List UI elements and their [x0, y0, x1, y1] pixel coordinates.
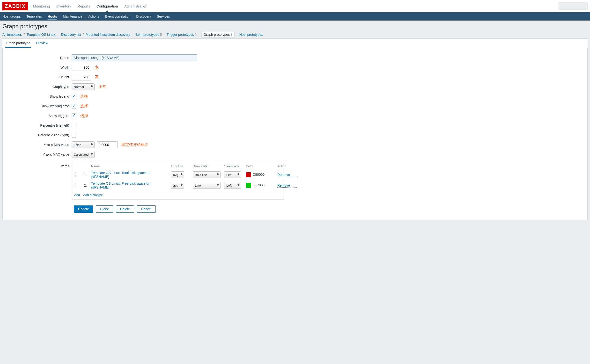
annotation-graph-type: 正常	[98, 84, 106, 89]
function-select[interactable]: avg	[171, 171, 184, 178]
crumb-all-templates[interactable]: All templates	[2, 33, 22, 36]
row-index: 1:	[84, 173, 89, 177]
label-show-working-time: Show working time	[5, 104, 72, 108]
topbar: ZABBIX Monitoring Inventory Reports Conf…	[0, 0, 590, 12]
top-nav: Monitoring Inventory Reports Configurati…	[33, 0, 147, 12]
y-min-type-select[interactable]: Fixed	[72, 141, 95, 148]
col-action: Action	[277, 164, 297, 168]
label-y-min: Y axis MIN value	[5, 143, 72, 147]
name-field[interactable]	[72, 54, 197, 61]
page-title: Graph prototypes	[2, 23, 588, 30]
annotation-height: 高	[95, 75, 99, 80]
nav-reports[interactable]: Reports	[77, 0, 90, 12]
subnav-templates[interactable]: Templates	[26, 13, 42, 20]
show-triggers-checkbox[interactable]	[72, 113, 76, 118]
label-height: Height	[5, 75, 72, 79]
add-link[interactable]: Add	[74, 193, 80, 197]
annotation-y-min: 固定值与坐标左	[121, 142, 148, 147]
item-name-link[interactable]: Template OS Linux: Total disk space on {…	[91, 171, 169, 179]
subnav-maintenance[interactable]: Maintenance	[63, 13, 82, 20]
label-name: Name	[5, 56, 72, 60]
function-select[interactable]: avg	[171, 182, 184, 189]
table-row: ∷∷∷∷∷∷ 1: Template OS Linux: Total disk …	[72, 169, 284, 180]
add-prototype-link[interactable]: Add prototype	[83, 193, 103, 197]
logo: ZABBIX	[2, 2, 28, 10]
label-graph-type: Graph type	[5, 85, 72, 89]
table-row: ∷∷∷∷∷∷ 2: Template OS Linux: Free disk s…	[72, 180, 284, 191]
nav-inventory[interactable]: Inventory	[56, 0, 71, 12]
sub-nav: Host groups Templates Hosts Maintenance …	[0, 12, 590, 21]
show-legend-checkbox[interactable]	[72, 94, 76, 99]
remove-link[interactable]: Remove	[277, 183, 297, 188]
subnav-services[interactable]: Services	[157, 13, 170, 20]
subnav-actions[interactable]: Actions	[88, 13, 99, 20]
search-input[interactable]	[559, 2, 588, 10]
percentile-right-checkbox[interactable]	[72, 133, 76, 138]
height-field[interactable]	[72, 74, 91, 80]
annotation-width: 宽	[95, 65, 99, 70]
page-body: Graph prototypes All templates / Templat…	[0, 21, 590, 364]
show-working-time-checkbox[interactable]	[72, 104, 76, 109]
col-name: Name	[91, 164, 169, 168]
form-tabs: Graph prototype Preview	[2, 38, 588, 48]
crumb-item-prototypes[interactable]: Item prototypes5	[136, 33, 162, 36]
col-draw-style: Draw style	[193, 164, 222, 168]
crumb-template-os-linux[interactable]: Template OS Linux	[27, 33, 55, 36]
cancel-button[interactable]: Cancel	[137, 205, 156, 213]
tab-preview[interactable]: Preview	[36, 39, 49, 48]
subnav-event-correlation[interactable]: Event correlation	[105, 13, 130, 20]
draw-style-select[interactable]: Bold line	[193, 171, 221, 178]
label-width: Width	[5, 66, 72, 69]
annotation-show-triggers: 选择	[80, 113, 88, 118]
update-button[interactable]: Update	[74, 205, 93, 213]
col-function: Function	[171, 164, 190, 168]
color-swatch[interactable]	[246, 183, 251, 188]
item-name-link[interactable]: Template OS Linux: Free disk space on {#…	[91, 182, 169, 189]
draw-style-select[interactable]: Line	[193, 182, 221, 189]
col-y-axis-side: Y axis side	[224, 164, 243, 168]
y-axis-side-select[interactable]: Left	[224, 182, 241, 189]
subnav-host-groups[interactable]: Host groups	[2, 13, 21, 20]
y-min-value-field[interactable]	[97, 141, 118, 148]
drag-handle-icon[interactable]: ∷∷∷∷∷∷	[74, 183, 81, 188]
col-color: Color	[246, 164, 275, 168]
crumb-host-prototypes[interactable]: Host prototypes	[239, 33, 263, 36]
color-swatch[interactable]	[246, 172, 251, 177]
y-max-type-select[interactable]: Calculated	[72, 151, 95, 158]
subnav-discovery[interactable]: Discovery	[136, 13, 151, 20]
crumb-discovery-list[interactable]: Discovery list	[61, 33, 81, 36]
subnav-hosts[interactable]: Hosts	[48, 13, 57, 20]
label-y-max: Y axis MAX value	[5, 153, 72, 156]
label-show-legend: Show legend	[5, 95, 72, 98]
label-percentile-left: Percentile line (left)	[5, 124, 72, 127]
nav-administration[interactable]: Administration	[124, 0, 147, 12]
remove-link[interactable]: Remove	[277, 173, 297, 177]
graph-form: Name Width 宽 Height 高 Gr	[3, 48, 587, 220]
label-items: Items	[5, 162, 72, 168]
label-percentile-right: Percentile line (right)	[5, 133, 72, 137]
clone-button[interactable]: Clone	[96, 205, 113, 213]
y-axis-side-select[interactable]: Left	[224, 171, 241, 178]
annotation-show-working-time: 选择	[80, 104, 88, 109]
percentile-left-checkbox[interactable]	[72, 123, 76, 128]
annotation-show-legend: 选择	[80, 94, 88, 99]
color-value: 00C800	[253, 183, 265, 187]
tab-graph-prototype[interactable]: Graph prototype	[5, 39, 31, 48]
color-cell: 00C800	[246, 183, 275, 188]
items-table: Name Function Draw style Y axis side Col…	[72, 162, 284, 200]
graph-type-select[interactable]: Normal	[72, 83, 95, 90]
crumb-sep: /	[24, 33, 25, 36]
color-cell: C80000	[246, 172, 275, 177]
nav-configuration[interactable]: Configuration	[96, 0, 118, 12]
drag-handle-icon[interactable]: ∷∷∷∷∷∷	[74, 173, 81, 177]
crumb-graph-prototypes[interactable]: Graph prototypes1	[201, 32, 235, 37]
action-buttons: Update Clone Delete Cancel	[5, 205, 585, 213]
delete-button[interactable]: Delete	[116, 205, 134, 213]
crumb-sep: /	[83, 33, 84, 36]
label-show-triggers: Show triggers	[5, 114, 72, 118]
breadcrumb: All templates / Template OS Linux Discov…	[2, 32, 588, 37]
nav-monitoring[interactable]: Monitoring	[33, 0, 50, 12]
crumb-trigger-prototypes[interactable]: Trigger prototypes2	[167, 33, 197, 36]
crumb-mounted-fs[interactable]: Mounted filesystem discovery	[86, 33, 130, 36]
width-field[interactable]	[72, 64, 91, 71]
